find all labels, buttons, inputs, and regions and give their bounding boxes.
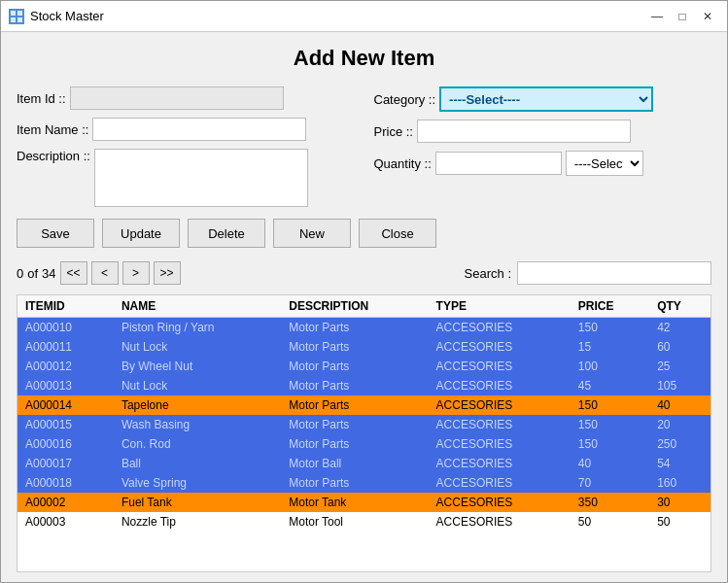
cell-itemid: A00003 [17,512,114,532]
cell-itemid: A000018 [17,473,114,493]
close-window-button[interactable]: ✕ [696,7,719,26]
save-button[interactable]: Save [17,219,94,248]
cell-name: By Wheel Nut [114,357,281,376]
close-button[interactable]: Close [359,219,436,248]
cell-itemid: A000012 [17,357,114,376]
cell-price: 150 [571,434,649,454]
price-label: Price :: [374,124,413,139]
app-icon [9,9,24,24]
prev-page-button[interactable]: < [91,261,119,285]
table-row[interactable]: A000015Wash BasingMotor PartsACCESORIES1… [17,415,711,434]
cell-price: 350 [571,493,649,512]
pagination: 0 of 34 << < > >> [17,261,181,285]
category-select[interactable]: ----Select---- [439,86,653,112]
update-button[interactable]: Update [102,219,180,248]
cell-price: 150 [571,415,649,434]
cell-price: 100 [571,357,649,376]
cell-price: 150 [571,395,649,415]
total-pages: 34 [42,266,55,281]
table-row[interactable]: A000016Con. RodMotor PartsACCESORIES1502… [17,434,711,454]
qty-type-select[interactable]: ----Select---- [566,151,643,176]
form-right: Category :: ----Select---- Price :: Quan… [374,86,712,207]
col-name: NAME [114,295,281,318]
search-input[interactable] [517,261,711,285]
description-row: Description :: [17,149,355,207]
cell-qty: 54 [649,454,711,473]
search-area: Search : [465,261,711,285]
cell-description: Motor Tank [281,493,428,512]
page-title: Add New Item [17,42,711,79]
table-row[interactable]: A00002Fuel TankMotor TankACCESORIES35030 [17,493,711,512]
maximize-button[interactable]: □ [671,7,694,26]
svg-rect-3 [17,17,22,22]
cell-itemid: A000014 [17,395,114,415]
description-label: Description :: [17,149,90,163]
cell-name: Con. Rod [114,434,281,454]
item-name-row: Item Name :: [17,118,355,141]
price-row: Price :: [374,120,712,143]
item-id-row: Item Id :: [17,86,355,110]
table-row[interactable]: A000014TapeloneMotor PartsACCESORIES1504… [17,395,711,415]
window-controls: — □ ✕ [645,7,719,26]
category-row: Category :: ----Select---- [374,86,712,112]
cell-description: Motor Parts [281,376,428,395]
cell-description: Motor Parts [281,395,428,415]
cell-itemid: A00002 [17,493,114,512]
quantity-input[interactable] [435,152,562,175]
main-window: Stock Master — □ ✕ Add New Item Item Id … [0,0,728,583]
col-qty: QTY [649,295,711,318]
cell-qty: 40 [649,395,711,415]
cell-name: Valve Spring [114,473,281,493]
cell-price: 150 [571,318,649,338]
category-label: Category :: [374,92,436,107]
quantity-label: Quantity :: [374,156,432,171]
current-page: 0 [17,266,23,281]
col-price: PRICE [571,295,649,318]
svg-rect-1 [17,11,22,16]
table-row[interactable]: A000013Nut LockMotor PartsACCESORIES4510… [17,376,711,395]
first-page-button[interactable]: << [60,261,87,285]
delete-button[interactable]: Delete [188,219,265,248]
cell-type: ACCESORIES [429,493,571,512]
cell-description: Motor Tool [281,512,428,532]
cell-qty: 250 [649,434,711,454]
table-row[interactable]: A00003Nozzle TipMotor ToolACCESORIES5050 [17,512,711,532]
last-page-button[interactable]: >> [154,261,181,285]
content-area: Add New Item Item Id :: Item Name :: Des… [1,32,727,582]
table-row[interactable]: A000010Piston Ring / YarnMotor PartsACCE… [17,318,711,338]
cell-type: ACCESORIES [429,473,571,493]
table-row[interactable]: A000012By Wheel NutMotor PartsACCESORIES… [17,357,711,376]
table-container[interactable]: ITEMID NAME DESCRIPTION TYPE PRICE QTY A… [17,294,711,572]
price-input[interactable] [417,120,631,143]
next-page-button[interactable]: > [122,261,150,285]
description-input[interactable] [94,149,308,207]
table-row[interactable]: A000018Valve SpringMotor PartsACCESORIES… [17,473,711,493]
cell-name: Nut Lock [114,337,281,357]
new-button[interactable]: New [273,219,351,248]
item-id-input[interactable] [70,86,284,110]
pagination-search-row: 0 of 34 << < > >> Search : [17,259,711,287]
cell-type: ACCESORIES [429,357,571,376]
svg-rect-0 [11,11,16,16]
cell-itemid: A000010 [17,318,114,338]
cell-price: 50 [571,512,649,532]
item-name-input[interactable] [92,118,306,141]
cell-description: Motor Parts [281,337,428,357]
table-row[interactable]: A000017BallMotor BallACCESORIES4054 [17,454,711,473]
cell-qty: 60 [649,337,711,357]
cell-qty: 50 [649,512,711,532]
cell-qty: 20 [649,415,711,434]
cell-price: 45 [571,376,649,395]
title-bar-left: Stock Master [9,9,104,24]
window-title: Stock Master [30,9,104,23]
minimize-button[interactable]: — [645,7,669,26]
button-row: Save Update Delete New Close [17,215,711,252]
cell-price: 40 [571,454,649,473]
cell-type: ACCESORIES [429,395,571,415]
items-table: ITEMID NAME DESCRIPTION TYPE PRICE QTY A… [17,295,711,532]
item-name-label: Item Name :: [17,122,88,137]
cell-price: 15 [571,337,649,357]
table-row[interactable]: A000011Nut LockMotor PartsACCESORIES1560 [17,337,711,357]
cell-itemid: A000017 [17,454,114,473]
cell-name: Fuel Tank [114,493,281,512]
